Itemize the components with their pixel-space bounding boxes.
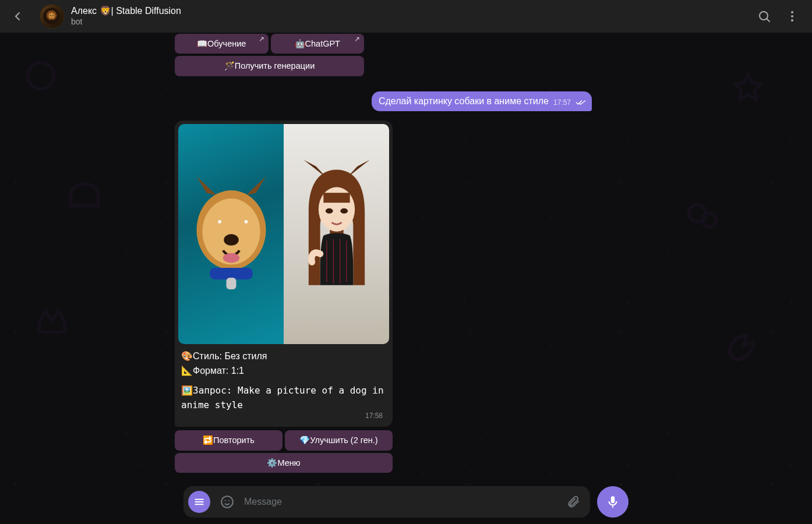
inline-keyboard-bottom-row1: 🔁Повторить 💎Улучшить (2 ген.) — [175, 430, 393, 451]
svg-point-4 — [50, 15, 51, 16]
paperclip-icon — [566, 495, 580, 509]
bot-menu-button[interactable] — [188, 491, 210, 513]
kb-menu-button[interactable]: ⚙️Меню — [175, 453, 393, 473]
back-button[interactable] — [6, 5, 29, 28]
kb-get-gen-label: 🪄Получить генерации — [224, 61, 315, 70]
chat-area[interactable]: 📖Обучение ↗ 🤖ChatGPT ↗ 🪄Получить генерац… — [0, 33, 812, 480]
smile-icon — [220, 494, 235, 509]
composer — [0, 480, 812, 524]
avatar[interactable] — [40, 4, 64, 29]
kb-repeat-button[interactable]: 🔁Повторить — [175, 430, 283, 451]
external-arrow-icon: ↗ — [354, 36, 360, 43]
chat-header: Алекс 🦁| Stable Diffusion bot — [0, 0, 812, 33]
composer-inner — [183, 486, 590, 518]
kb-chatgpt-button[interactable]: 🤖ChatGPT ↗ — [271, 34, 365, 54]
external-arrow-icon: ↗ — [259, 36, 264, 43]
incoming-time: 17:58 — [181, 412, 386, 420]
svg-rect-21 — [323, 193, 349, 203]
image-girl-half — [284, 124, 389, 344]
message-input[interactable] — [244, 497, 556, 507]
image-dog-half — [178, 124, 284, 344]
outgoing-message[interactable]: Сделай картинку собаки в аниме стиле 17:… — [372, 91, 592, 111]
svg-point-17 — [223, 253, 239, 263]
header-title-wrap[interactable]: Алекс 🦁| Stable Diffusion bot — [71, 5, 753, 27]
outgoing-time: 17:57 — [553, 98, 571, 107]
kb-chatgpt-label: 🤖ChatGPT — [295, 39, 340, 48]
svg-rect-19 — [226, 278, 236, 289]
kb-improve-label: 💎Улучшить (2 ген.) — [299, 436, 377, 445]
svg-point-13 — [218, 220, 221, 224]
svg-point-25 — [225, 500, 226, 501]
read-checks-icon — [576, 98, 586, 107]
svg-point-5 — [52, 15, 54, 16]
search-icon — [757, 9, 771, 23]
search-button[interactable] — [753, 5, 776, 28]
svg-point-26 — [228, 500, 230, 501]
more-vertical-icon — [785, 9, 799, 23]
kb-improve-button[interactable]: 💎Улучшить (2 ген.) — [285, 430, 393, 451]
kb-menu-label: ⚙️Меню — [267, 458, 300, 468]
more-button[interactable] — [781, 5, 804, 28]
svg-point-8 — [791, 15, 793, 17]
kb-training-button[interactable]: 📖Обучение ↗ — [175, 34, 269, 54]
svg-rect-18 — [210, 268, 253, 279]
lion-avatar-icon — [43, 7, 61, 25]
svg-rect-27 — [612, 506, 613, 508]
svg-point-16 — [224, 234, 239, 246]
menu-lines-icon — [193, 496, 205, 508]
kb-training-label: 📖Обучение — [197, 39, 246, 48]
inline-keyboard-top: 📖Обучение ↗ 🤖ChatGPT ↗ 🪄Получить генерац… — [175, 34, 364, 76]
microphone-icon — [605, 494, 620, 509]
svg-point-15 — [244, 220, 248, 224]
kb-get-gen-button[interactable]: 🪄Получить генерации — [175, 56, 364, 76]
chat-subtitle: bot — [71, 17, 753, 27]
svg-point-23 — [340, 208, 348, 214]
arrow-left-icon — [10, 9, 24, 23]
query-line: 🖼️Запрос: Make a picture of a dog in ani… — [181, 384, 386, 413]
voice-button[interactable] — [597, 486, 629, 518]
kb-repeat-label: 🔁Повторить — [203, 436, 255, 445]
format-line: 📐Формат: 1:1 — [181, 364, 386, 378]
svg-point-24 — [221, 496, 233, 508]
generated-image[interactable] — [178, 124, 389, 344]
outgoing-text: Сделай картинку собаки в аниме стиле — [379, 96, 549, 107]
incoming-message[interactable]: 🎨Стиль: Без стиля 📐Формат: 1:1 🖼️Запрос:… — [175, 121, 393, 427]
emoji-button[interactable] — [217, 492, 237, 512]
style-line: 🎨Стиль: Без стиля — [181, 349, 386, 364]
svg-point-7 — [791, 11, 793, 13]
attach-button[interactable] — [563, 492, 583, 512]
svg-point-22 — [325, 208, 333, 214]
svg-point-9 — [791, 19, 793, 22]
inline-keyboard-bottom-row2: ⚙️Меню — [175, 453, 393, 473]
chat-title: Алекс 🦁| Stable Diffusion — [71, 5, 753, 17]
